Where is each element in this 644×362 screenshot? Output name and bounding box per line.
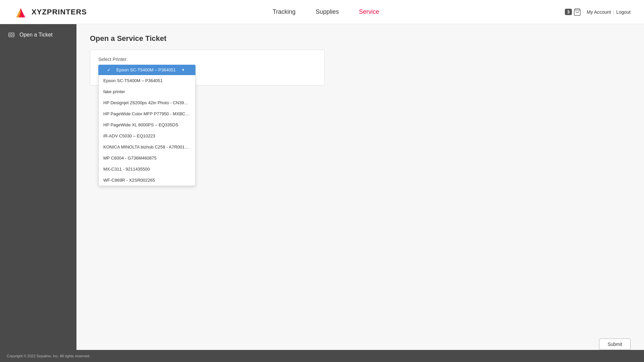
dropdown-item-6[interactable]: KONICA MINOLTA bizhub C258 - A7R00110139… bbox=[99, 141, 195, 153]
cart-icon bbox=[573, 8, 581, 16]
logo-icon bbox=[13, 5, 28, 19]
footer: Copyright © 2022 Sepaline, Inc. All righ… bbox=[0, 350, 644, 362]
nav-supplies[interactable]: Supplies bbox=[316, 8, 339, 15]
sidebar-item-open-ticket[interactable]: Open a Ticket bbox=[0, 24, 76, 46]
dropdown-item-1[interactable]: fake printer bbox=[99, 86, 195, 97]
page-title: Open a Service Ticket bbox=[90, 34, 631, 43]
submit-button[interactable]: Submit bbox=[599, 339, 631, 350]
dropdown-item-2[interactable]: HP Designjet Z6200ps 42in Photo - CN39F0… bbox=[99, 97, 195, 108]
layout: Open a Ticket Open a Service Ticket Sele… bbox=[0, 24, 644, 350]
header-divider: | bbox=[613, 9, 614, 15]
form-card: Select Printer: ✓ Epson SC-T5400M – P364… bbox=[90, 50, 325, 85]
dropdown-item-5[interactable]: iR-ADV C5030 – EQ10223 bbox=[99, 130, 195, 141]
dropdown-item-8[interactable]: MX-C311 - 9211435500 bbox=[99, 164, 195, 175]
dropdown-check: ✓ bbox=[107, 67, 111, 72]
cart-count: 3 bbox=[565, 9, 572, 15]
header-right: 3 My Account | Logout bbox=[565, 8, 631, 16]
chevron-down-icon: ▼ bbox=[181, 68, 185, 72]
dropdown-item-3[interactable]: HP PageWide Color MFP P77950 - MXBCM181P… bbox=[99, 108, 195, 119]
sidebar-item-label: Open a Ticket bbox=[19, 32, 53, 38]
dropdown-item-9[interactable]: WF-C869R - X2SR002265 bbox=[99, 175, 195, 186]
my-account-link[interactable]: My Account bbox=[587, 9, 611, 15]
dropdown-list: Epson SC-T5400M – P364051 fake printer H… bbox=[98, 75, 196, 186]
nav-tracking[interactable]: Tracking bbox=[273, 8, 296, 15]
svg-rect-4 bbox=[9, 33, 14, 37]
cart-badge[interactable]: 3 bbox=[565, 8, 581, 16]
main-nav: Tracking Supplies Service bbox=[273, 8, 379, 15]
ticket-icon bbox=[8, 32, 15, 38]
main-content: Open a Service Ticket Select Printer: ✓ … bbox=[76, 24, 644, 350]
logo-text: XYZPRINTERS bbox=[32, 8, 87, 16]
submit-area: Submit bbox=[599, 339, 631, 350]
nav-service[interactable]: Service bbox=[359, 8, 379, 15]
select-label: Select Printer: bbox=[98, 57, 316, 62]
dropdown-item-7[interactable]: MP C6004 - G736M460875 bbox=[99, 153, 195, 164]
dropdown-item-0[interactable]: Epson SC-T5400M – P364051 bbox=[99, 75, 195, 86]
dropdown-item-4[interactable]: HP PageWide XL 8000PS – EQ335DS bbox=[99, 119, 195, 130]
dropdown-selected[interactable]: ✓ Epson SC-T5400M – P364051 ▼ bbox=[98, 65, 196, 75]
footer-copyright: Copyright © 2022 Sepaline, Inc. All righ… bbox=[7, 354, 90, 358]
logo-area: XYZPRINTERS bbox=[13, 5, 87, 19]
account-links: My Account | Logout bbox=[587, 9, 631, 15]
dropdown-selected-text: Epson SC-T5400M – P364051 bbox=[116, 67, 176, 72]
svg-point-5 bbox=[10, 34, 12, 36]
printer-dropdown[interactable]: ✓ Epson SC-T5400M – P364051 ▼ Epson SC-T… bbox=[98, 65, 196, 75]
logout-link[interactable]: Logout bbox=[616, 9, 631, 15]
header: XYZPRINTERS Tracking Supplies Service 3 … bbox=[0, 0, 644, 24]
sidebar: Open a Ticket bbox=[0, 24, 76, 350]
